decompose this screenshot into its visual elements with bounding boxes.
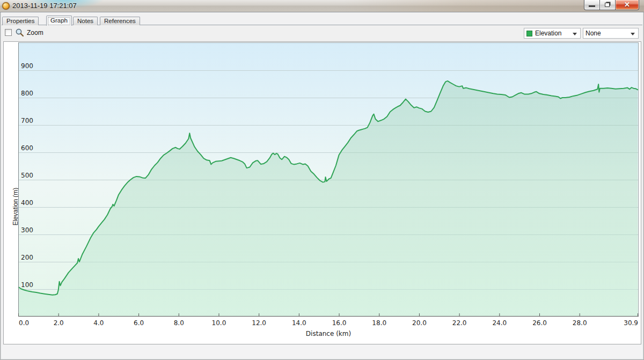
title-bar[interactable]: 2013-11-19 17:21:07 bbox=[0, 0, 644, 12]
tab-notes[interactable]: Notes bbox=[73, 17, 98, 25]
y-tick-label: 500 bbox=[21, 172, 33, 179]
y-tick-label: 300 bbox=[21, 226, 33, 234]
x-tick-label: 10.0 bbox=[212, 319, 226, 327]
x-tick-label: 0.0 bbox=[19, 319, 29, 327]
panel-footer-space bbox=[2, 345, 642, 359]
x-tick-label: 8.0 bbox=[174, 319, 184, 327]
application-window: 2013-11-19 17:21:07 ✕ PropertiesGraphNot… bbox=[0, 0, 644, 360]
graph-toolbar: Zoom Elevation None bbox=[2, 25, 642, 41]
x-tick-label: 14.0 bbox=[292, 319, 306, 327]
chevron-down-icon bbox=[573, 33, 577, 35]
chevron-down-icon bbox=[631, 33, 635, 35]
tab-references[interactable]: References bbox=[100, 17, 140, 25]
x-tick-label: 18.0 bbox=[372, 319, 386, 327]
series-select-value: Elevation bbox=[535, 30, 561, 37]
secondary-series-select[interactable]: None bbox=[583, 28, 639, 39]
minimize-button[interactable] bbox=[584, 0, 600, 10]
series-select[interactable]: Elevation bbox=[524, 28, 581, 39]
y-tick-label: 100 bbox=[21, 281, 33, 289]
y-tick-label: 200 bbox=[21, 254, 33, 261]
magnifier-icon bbox=[15, 28, 24, 37]
x-tick-label: 6.0 bbox=[134, 319, 144, 327]
restore-button[interactable] bbox=[600, 0, 615, 10]
elevation-chart[interactable]: 1002003004005006007008009000.02.04.06.08… bbox=[18, 42, 639, 343]
x-tick-label: 24.0 bbox=[492, 319, 507, 327]
close-button[interactable]: ✕ bbox=[615, 0, 639, 10]
series-color-swatch bbox=[526, 31, 532, 36]
tab-strip: PropertiesGraphNotesReferences bbox=[2, 16, 642, 25]
minimize-icon bbox=[589, 5, 595, 7]
x-tick-label: 26.0 bbox=[532, 319, 547, 327]
close-icon: ✕ bbox=[616, 1, 639, 9]
restore-icon bbox=[605, 3, 610, 7]
y-tick-label: 900 bbox=[21, 62, 33, 70]
window-title: 2013-11-19 17:21:07 bbox=[12, 2, 77, 10]
y-tick-label: 400 bbox=[21, 199, 33, 207]
x-tick-label: 20.0 bbox=[412, 319, 427, 327]
zoom-label: Zoom bbox=[27, 29, 43, 36]
window-controls: ✕ bbox=[584, 0, 639, 10]
x-tick-label: 16.0 bbox=[332, 319, 347, 327]
x-tick-label: 28.0 bbox=[573, 319, 587, 327]
zoom-checkbox[interactable] bbox=[5, 29, 12, 36]
x-tick-label: 22.0 bbox=[452, 319, 467, 327]
app-icon bbox=[2, 2, 10, 10]
x-axis-title: Distance (km) bbox=[306, 330, 351, 337]
elevation-profile-panel: Elevation (m) 10020030040050060070080090… bbox=[3, 41, 641, 344]
y-tick-label: 600 bbox=[21, 144, 33, 152]
tab-properties[interactable]: Properties bbox=[2, 17, 39, 25]
x-tick-label: 30.9 bbox=[624, 319, 638, 327]
tab-graph[interactable]: Graph bbox=[46, 16, 72, 26]
x-tick-label: 2.0 bbox=[54, 319, 64, 327]
x-tick-label: 4.0 bbox=[93, 319, 104, 327]
y-tick-label: 700 bbox=[21, 117, 33, 124]
x-tick-label: 12.0 bbox=[252, 319, 266, 327]
y-tick-label: 800 bbox=[21, 90, 33, 97]
secondary-select-value: None bbox=[586, 30, 601, 37]
